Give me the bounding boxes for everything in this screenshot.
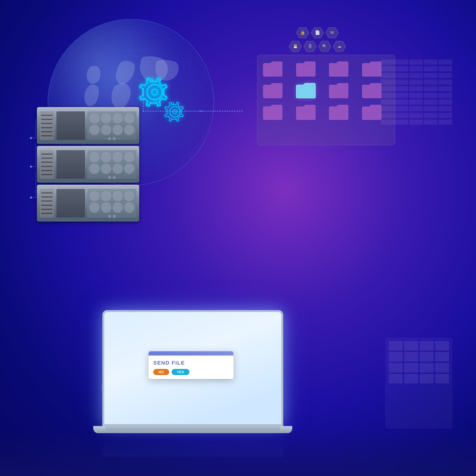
svg-text:🔍: 🔍 [322,44,327,49]
server-controls-panel [87,111,136,140]
folder-grid [262,60,390,121]
folder-icon-8 [361,81,382,99]
send-file-dialog: SEND FILE NO YES [149,351,234,379]
server-controls-panel-2 [87,150,136,179]
laptop: SEND FILE NO YES [102,310,283,433]
yes-button[interactable]: YES [171,369,189,375]
svg-text:🔒: 🔒 [300,30,306,35]
floor-reflection [0,428,476,476]
folder-icon-5 [262,81,284,99]
svg-point-8 [152,89,158,95]
server-rack [37,107,139,226]
svg-text:☁: ☁ [338,44,341,48]
server-display-panel-2 [56,150,85,179]
svg-point-10 [173,110,177,114]
folder-icon-10 [295,103,317,121]
gear-small-icon [162,100,188,126]
dialog-buttons: NO YES [153,369,189,375]
dashed-line-vertical [143,88,144,112]
folder-icon-9 [262,103,284,121]
server-vent-panel [40,111,54,140]
svg-text:📄: 📄 [315,30,320,35]
svg-point-16 [30,166,32,168]
folder-icon-6-highlighted [295,81,317,99]
server-vent-panel-2 [40,150,54,179]
folder-icon-4 [361,60,382,78]
laptop-screen-content: SEND FILE NO YES [104,312,281,424]
dialog-title: SEND FILE [153,360,185,366]
server-display-panel [56,111,85,140]
server-unit-1 [37,107,139,144]
no-button[interactable]: NO [153,369,169,375]
dialog-titlebar [149,351,234,356]
laptop-screen: SEND FILE NO YES [102,310,283,426]
folder-icon-11 [328,103,349,121]
right-panel-decoration [386,338,452,428]
folder-icon-1 [262,60,284,78]
folder-icon-2 [295,60,317,78]
svg-text:✉: ✉ [330,30,334,35]
server-controls-panel-3 [87,189,136,218]
svg-point-19 [30,197,32,199]
folder-icon-12 [361,103,382,121]
folder-icon-7 [328,81,349,99]
svg-text:💾: 💾 [293,44,298,49]
svg-text:🗄: 🗄 [308,44,312,48]
folder-panel [257,55,395,145]
dashed-line-to-folder [200,111,243,112]
folder-icon-3 [328,60,349,78]
server-unit-2 [37,146,139,183]
server-display-panel-3 [56,189,85,218]
server-vent-panel-3 [40,189,54,218]
data-table-background [381,60,452,150]
server-unit-3 [37,185,139,221]
dialog-body: SEND FILE NO YES [149,356,234,379]
dashed-line-horizontal [143,111,202,112]
svg-point-13 [30,137,32,139]
